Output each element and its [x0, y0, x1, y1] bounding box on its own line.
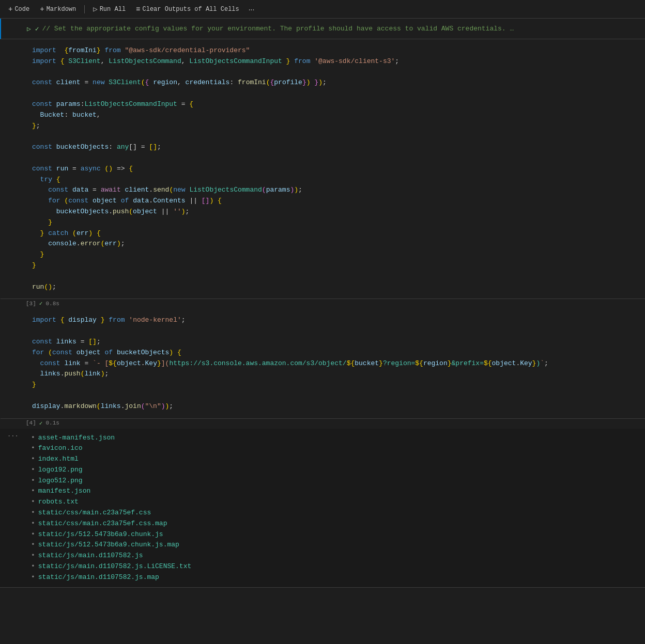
code-line: for (const object of bucketObjects) {: [32, 348, 639, 358]
add-code-label: Code: [14, 6, 29, 13]
code-line: Bucket: bucket,: [32, 110, 639, 121]
focus-cell: ▷ ✓ // Set the appropriate config values…: [0, 19, 645, 39]
output-cell: ··· •asset-manifest.json•favicon.ico•ind…: [0, 429, 645, 588]
list-item: •static/css/main.c23a75ef.css: [31, 508, 639, 519]
clear-outputs-label: Clear Outputs of All Cells: [143, 6, 239, 13]
output-list: •asset-manifest.json•favicon.ico•index.h…: [0, 429, 645, 588]
focus-cell-comment: // Set the appropriate config values for…: [42, 25, 514, 33]
bullet-icon: •: [31, 465, 35, 476]
bullet-icon: •: [31, 497, 35, 508]
bullet-icon: •: [31, 561, 35, 572]
more-options-button[interactable]: ···: [245, 4, 258, 15]
output-link[interactable]: static/js/512.5473b6a9.chunk.js.map: [38, 540, 179, 551]
code-line: };: [32, 121, 639, 132]
list-item: •static/css/main.c23a75ef.css.map: [31, 519, 639, 529]
cell3-inner: import {fromIni} from "@aws-sdk/credenti…: [1, 39, 645, 299]
clear-outputs-button[interactable]: ≡ Clear Outputs of All Cells: [132, 4, 243, 15]
output-link[interactable]: static/js/main.d1107582.js.LiCENSE.txt: [38, 561, 191, 572]
code-line: const run = async () => {: [32, 164, 639, 175]
code-line: links.push(link);: [32, 369, 639, 380]
cell4-code[interactable]: import { display } from 'node-kernel'; c…: [0, 309, 645, 418]
code-line: bucketObjects.push(object || '');: [32, 207, 639, 217]
add-markdown-label: Markdown: [47, 6, 76, 13]
code-line: [32, 88, 639, 99]
code-line: [32, 390, 639, 401]
toolbar-divider: [84, 5, 85, 13]
output-link[interactable]: asset-manifest.json: [38, 433, 115, 444]
cell3-check-icon: ✓: [39, 300, 43, 307]
cell4-time: 0.1s: [45, 420, 59, 426]
run-all-button[interactable]: ▷ Run All: [89, 3, 130, 15]
code-line: const link = `- [${object.Key}](https://…: [32, 358, 639, 369]
bullet-icon: •: [31, 486, 35, 497]
code-line: run();: [32, 282, 639, 293]
list-item: •asset-manifest.json: [31, 433, 639, 444]
code-line: const params:ListObjectsCommandInput = {: [32, 99, 639, 110]
code-line: [32, 131, 639, 142]
list-item: •static/js/main.d1107582.js.map: [31, 572, 639, 583]
output-dots-indicator: ···: [7, 433, 19, 440]
bullet-icon: •: [31, 433, 35, 444]
add-code-button[interactable]: + Code: [4, 4, 34, 15]
list-item: •manifest.json: [31, 486, 639, 497]
code-line: }: [32, 380, 639, 390]
cell4-status: [4] ✓ 0.1s: [0, 419, 645, 429]
output-link[interactable]: favicon.ico: [38, 443, 83, 454]
code-line: try {: [32, 175, 639, 185]
output-link[interactable]: static/css/main.c23a75ef.css: [38, 508, 151, 519]
output-link[interactable]: index.html: [38, 454, 79, 465]
bullet-icon: •: [31, 454, 35, 465]
code-line: [32, 326, 639, 337]
cell3-code[interactable]: import {fromIni} from "@aws-sdk/credenti…: [0, 39, 645, 299]
code-line: import { display } from 'node-kernel';: [32, 315, 639, 326]
output-link[interactable]: logo512.png: [38, 476, 83, 486]
code-line: import { S3Client, ListObjectsCommand, L…: [32, 56, 639, 67]
plus-icon-md: +: [40, 5, 44, 13]
cell4-number: [4]: [26, 420, 36, 426]
output-link[interactable]: logo192.png: [38, 465, 83, 476]
cell4-check-icon: ✓: [39, 420, 43, 427]
code-line: for (const object of data.Contents || []…: [32, 196, 639, 207]
bullet-icon: •: [31, 443, 35, 454]
bullet-icon: •: [31, 540, 35, 551]
list-item: •robots.txt: [31, 497, 639, 508]
code-cell-4: import { display } from 'node-kernel'; c…: [0, 309, 645, 428]
code-line: console.error(err);: [32, 239, 639, 249]
list-item: •logo192.png: [31, 465, 639, 476]
bullet-icon: •: [31, 529, 35, 540]
add-markdown-button[interactable]: + Markdown: [36, 4, 80, 15]
list-item: •static/js/512.5473b6a9.chunk.js.map: [31, 540, 639, 551]
list-item: •static/js/main.d1107582.js.LiCENSE.txt: [31, 561, 639, 572]
code-line: }: [32, 260, 639, 271]
output-link[interactable]: static/js/512.5473b6a9.chunk.js: [38, 529, 163, 540]
bullet-icon: •: [31, 519, 35, 529]
clear-icon: ≡: [136, 5, 140, 13]
bullet-icon: •: [31, 572, 35, 583]
more-icon: ···: [249, 5, 255, 13]
plus-icon: +: [8, 5, 12, 13]
output-link[interactable]: static/js/main.d1107582.js.map: [38, 572, 159, 583]
output-link[interactable]: static/css/main.c23a75ef.css.map: [38, 519, 167, 529]
output-link[interactable]: static/js/main.d1107582.js: [38, 551, 143, 561]
code-line: const bucketObjects: any[] = [];: [32, 142, 639, 153]
code-line: const client = new S3Client({ region, cr…: [32, 77, 639, 88]
output-link[interactable]: robots.txt: [38, 497, 79, 508]
code-line: }: [32, 217, 639, 228]
code-line: const links = [];: [32, 337, 639, 348]
output-link[interactable]: manifest.json: [38, 486, 90, 497]
list-item: •logo512.png: [31, 476, 639, 486]
bullet-icon: •: [31, 476, 35, 486]
cell3-status: [3] ✓ 0.8s: [0, 299, 645, 309]
notebook-toolbar: + Code + Markdown ▷ Run All ≡ Clear Outp…: [0, 0, 645, 19]
code-line: display.markdown(links.join("\n"));: [32, 401, 639, 412]
code-line: [32, 271, 639, 282]
list-item: •favicon.ico: [31, 443, 639, 454]
code-line: } catch (err) {: [32, 228, 639, 239]
code-cell-3: import {fromIni} from "@aws-sdk/credenti…: [0, 39, 645, 309]
bullet-icon: •: [31, 508, 35, 519]
code-line: [32, 67, 639, 78]
code-line: }: [32, 249, 639, 260]
run-all-icon: ▷: [93, 5, 97, 13]
list-item: •index.html: [31, 454, 639, 465]
list-item: •static/js/main.d1107582.js: [31, 551, 639, 561]
